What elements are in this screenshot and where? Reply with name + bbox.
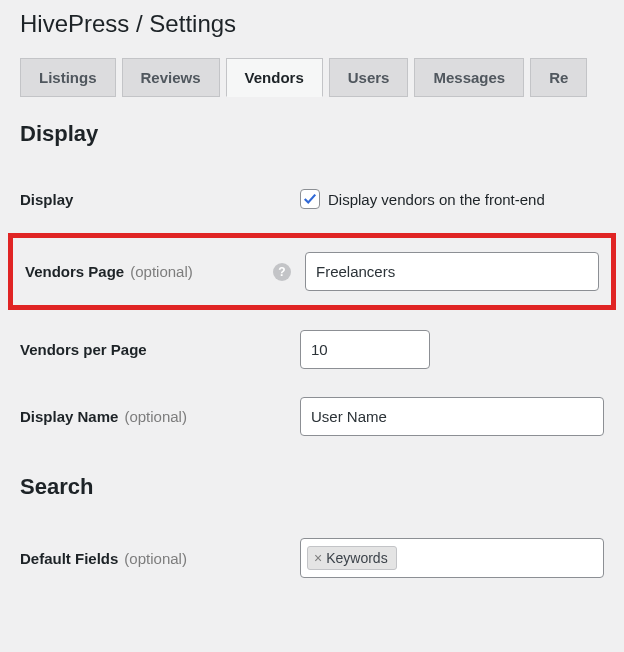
row-default-fields: Default Fields (optional) × Keywords [0,524,624,592]
label-default-fields-optional: (optional) [124,550,187,567]
select-display-name[interactable]: User Name [300,397,604,436]
label-vendors-page-text: Vendors Page [25,263,124,280]
tabs-nav: Listings Reviews Vendors Users Messages … [0,58,624,97]
label-default-fields: Default Fields (optional) [20,550,300,567]
label-vendors-per-page: Vendors per Page [20,341,300,358]
section-search-heading: Search [0,450,624,524]
field-display: Display vendors on the front-end [300,189,604,209]
tag-input-default-fields[interactable]: × Keywords [300,538,604,578]
label-vendors-page: Vendors Page (optional) ? [25,263,305,281]
tab-users[interactable]: Users [329,58,409,97]
row-display-name: Display Name (optional) User Name [0,383,624,450]
label-default-fields-text: Default Fields [20,550,118,567]
tab-listings[interactable]: Listings [20,58,116,97]
field-vendors-per-page [300,330,604,369]
row-vendors-per-page: Vendors per Page [0,316,624,383]
input-vendors-per-page[interactable] [300,330,430,369]
tag-keywords-label: Keywords [326,550,387,566]
label-display-name-optional: (optional) [124,408,187,425]
field-vendors-page: Freelancers [305,252,599,291]
row-display: Display Display vendors on the front-end [0,171,624,227]
tag-remove-icon[interactable]: × [314,551,322,565]
select-vendors-page[interactable]: Freelancers [305,252,599,291]
page-title: HivePress / Settings [0,0,624,58]
checkbox-label-display: Display vendors on the front-end [328,191,545,208]
section-display-heading: Display [0,121,624,171]
label-vendors-per-page-text: Vendors per Page [20,341,147,358]
tag-keywords: × Keywords [307,546,397,570]
tab-vendors[interactable]: Vendors [226,58,323,97]
check-icon [303,192,317,206]
label-display-name-text: Display Name [20,408,118,425]
field-default-fields: × Keywords [300,538,604,578]
checkbox-display-vendors[interactable] [300,189,320,209]
label-display-text: Display [20,191,73,208]
tab-more[interactable]: Re [530,58,587,97]
tab-reviews[interactable]: Reviews [122,58,220,97]
help-icon[interactable]: ? [273,263,291,281]
tab-messages[interactable]: Messages [414,58,524,97]
row-vendors-page: Vendors Page (optional) ? Freelancers [8,233,616,310]
label-display: Display [20,191,300,208]
label-display-name: Display Name (optional) [20,408,300,425]
label-vendors-page-optional: (optional) [130,263,193,280]
field-display-name: User Name [300,397,604,436]
